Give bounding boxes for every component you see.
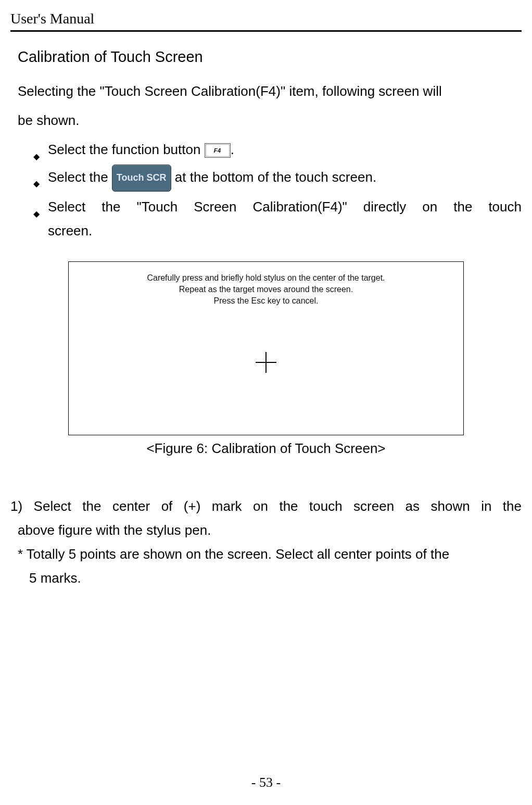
section-title: Calibration of Touch Screen: [10, 48, 522, 66]
f4-button-label: F4: [206, 144, 230, 157]
bullet-2-pre: Select the: [48, 169, 112, 185]
figure-caption: <Figure 6: Calibration of Touch Screen>: [146, 441, 385, 457]
bullet-list: ◆ Select the function button F4 . ◆ Sele…: [10, 137, 522, 243]
intro-line-1: Selecting the "Touch Screen Calibration(…: [10, 79, 522, 103]
bullet-1-pre: Select the function button: [48, 142, 205, 157]
bullet-3-line1: Select the "Touch Screen Calibration(F4)…: [48, 199, 522, 215]
step-1-line2: above figure with the stylus pen.: [10, 518, 522, 542]
bullet-1: ◆ Select the function button F4 .: [33, 137, 522, 161]
calibration-screenshot: Carefully press and briefly hold stylus …: [68, 261, 464, 435]
page-number: - 53 -: [0, 775, 532, 790]
intro-line-2: be shown.: [10, 108, 522, 132]
manual-page: User's Manual Calibration of Touch Scree…: [0, 0, 532, 805]
bullet-icon: ◆: [33, 172, 40, 196]
figure-text-3: Press the Esc key to cancel.: [69, 295, 463, 307]
bullet-3: ◆ Select the "Touch Screen Calibration(F…: [33, 195, 522, 243]
figure-text-1: Carefully press and briefly hold stylus …: [69, 272, 463, 284]
bullet-3-line2: screen.: [48, 219, 522, 243]
page-header: User's Manual: [10, 10, 522, 30]
note-line2: 5 marks.: [10, 566, 522, 590]
section-body: Selecting the "Touch Screen Calibration(…: [10, 79, 522, 243]
bullet-icon: ◆: [33, 202, 40, 226]
step-1-line1: 1) Select the center of (+) mark on the …: [10, 494, 522, 518]
f4-button[interactable]: F4: [205, 143, 231, 158]
figure-wrap: Carefully press and briefly hold stylus …: [10, 261, 522, 457]
bullet-2: ◆ Select the Touch SCR at the bottom of …: [33, 165, 522, 192]
note-line1: * Totally 5 points are shown on the scre…: [10, 542, 522, 566]
steps: 1) Select the center of (+) mark on the …: [10, 494, 522, 590]
bullet-2-post: at the bottom of the touch screen.: [175, 169, 376, 185]
touch-scr-button[interactable]: Touch SCR: [112, 165, 171, 192]
figure-text-2: Repeat as the target moves around the sc…: [69, 284, 463, 295]
header-divider: [10, 30, 522, 32]
bullet-1-post: .: [231, 142, 234, 157]
